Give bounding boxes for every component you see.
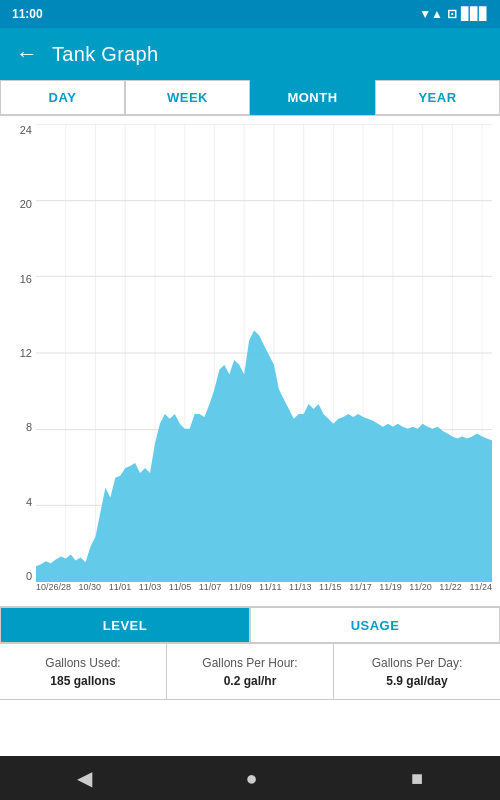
status-bar: 11:00 ▼▲ ⊡ ▊▊▊ xyxy=(0,0,500,28)
y-label-8: 8 xyxy=(8,421,36,433)
stat-gallons-per-day-value: 5.9 gal/day xyxy=(386,672,447,690)
x-label-3: 11/03 xyxy=(139,582,162,606)
y-label-0: 0 xyxy=(8,570,36,582)
x-label-12: 11/20 xyxy=(409,582,432,606)
y-axis: 0 4 8 12 16 20 24 xyxy=(8,124,36,582)
tab-day[interactable]: DAY xyxy=(0,80,125,115)
stats-row: Gallons Used: 185 gallons Gallons Per Ho… xyxy=(0,644,500,700)
stat-gallons-used-label: Gallons Used: xyxy=(45,654,120,672)
nav-bar: ◀ ● ■ xyxy=(0,756,500,800)
home-nav-icon[interactable]: ● xyxy=(245,767,257,790)
x-label-1: 10/30 xyxy=(79,582,102,606)
x-label-2: 11/01 xyxy=(109,582,132,606)
x-label-8: 11/13 xyxy=(289,582,312,606)
tab-level[interactable]: LEVEL xyxy=(0,607,250,643)
page-title: Tank Graph xyxy=(52,43,158,66)
x-label-4: 11/05 xyxy=(169,582,192,606)
metric-tab-bar: LEVEL USAGE xyxy=(0,606,500,644)
x-label-9: 11/15 xyxy=(319,582,342,606)
chart-inner: 0 4 8 12 16 20 24 xyxy=(8,124,492,606)
status-time: 11:00 xyxy=(12,7,43,21)
x-label-6: 11/09 xyxy=(229,582,252,606)
y-label-16: 16 xyxy=(8,273,36,285)
x-label-11: 11/19 xyxy=(379,582,402,606)
recent-nav-icon[interactable]: ■ xyxy=(411,767,423,790)
tab-usage[interactable]: USAGE xyxy=(250,607,500,643)
time-tab-bar: DAY WEEK MONTH YEAR xyxy=(0,80,500,116)
chart-plot xyxy=(36,124,492,582)
y-label-4: 4 xyxy=(8,496,36,508)
chart-container: 0 4 8 12 16 20 24 xyxy=(0,116,500,606)
x-axis: 10/26/28 10/30 11/01 11/03 11/05 11/07 1… xyxy=(36,582,492,606)
stat-gallons-per-hour: Gallons Per Hour: 0.2 gal/hr xyxy=(167,644,334,699)
stat-gallons-per-day-label: Gallons Per Day: xyxy=(372,654,463,672)
x-label-5: 11/07 xyxy=(199,582,222,606)
status-icons: ▼▲ ⊡ ▊▊▊ xyxy=(419,7,488,21)
stat-gallons-used: Gallons Used: 185 gallons xyxy=(0,644,167,699)
svg-marker-21 xyxy=(36,330,492,582)
stat-gallons-per-day: Gallons Per Day: 5.9 gal/day xyxy=(334,644,500,699)
x-label-13: 11/22 xyxy=(439,582,462,606)
stat-gallons-per-hour-label: Gallons Per Hour: xyxy=(202,654,297,672)
header: ← Tank Graph xyxy=(0,28,500,80)
x-label-0: 10/26/28 xyxy=(36,582,71,606)
x-label-10: 11/17 xyxy=(349,582,372,606)
chart-svg xyxy=(36,124,492,582)
back-button[interactable]: ← xyxy=(16,41,38,67)
x-label-14: 11/24 xyxy=(469,582,492,606)
y-label-12: 12 xyxy=(8,347,36,359)
tab-week[interactable]: WEEK xyxy=(125,80,250,115)
stat-gallons-used-value: 185 gallons xyxy=(50,672,115,690)
back-nav-icon[interactable]: ◀ xyxy=(77,766,92,790)
tab-month[interactable]: MONTH xyxy=(250,80,375,115)
y-label-24: 24 xyxy=(8,124,36,136)
stat-gallons-per-hour-value: 0.2 gal/hr xyxy=(224,672,277,690)
x-label-7: 11/11 xyxy=(259,582,282,606)
tab-year[interactable]: YEAR xyxy=(375,80,500,115)
y-label-20: 20 xyxy=(8,198,36,210)
